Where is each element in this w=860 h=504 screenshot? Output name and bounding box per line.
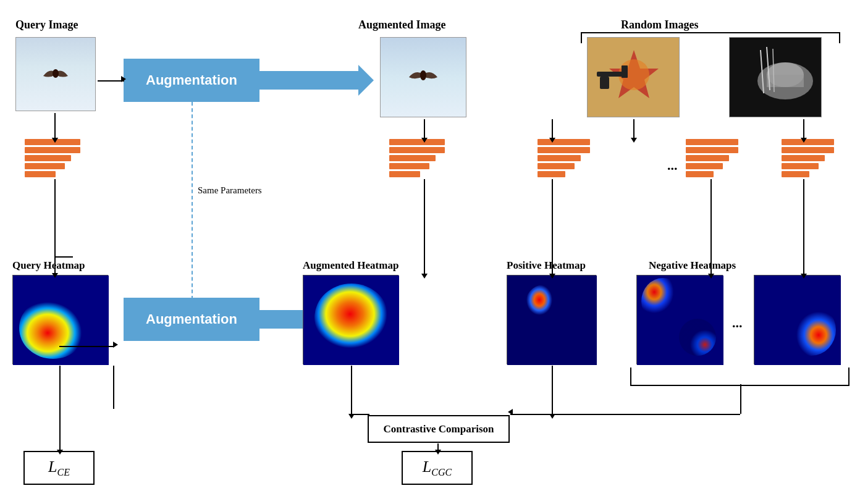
diagram: Query Image Augmented Image Random Image…	[0, 0, 860, 504]
random-images-label: Random Images	[621, 19, 699, 32]
feat-bar	[782, 155, 825, 161]
negative-heatmaps-label: Negative Heatmaps	[649, 259, 736, 272]
painting-svg	[588, 38, 680, 117]
negative-heatmap-2	[754, 275, 840, 364]
arrow-to-cc	[508, 409, 513, 415]
query-image-label: Query Image	[15, 19, 78, 32]
line-aug-hm-to-cc	[351, 366, 352, 414]
feat-bar	[686, 171, 714, 177]
svg-point-24	[679, 319, 716, 356]
same-parameters-label: Same Parameters	[198, 185, 262, 196]
aug-arrow-1-head	[358, 65, 374, 96]
svg-point-17	[19, 297, 87, 359]
line-pos-to-feat	[552, 119, 553, 138]
line-rand1-to-feat	[633, 119, 634, 138]
line-cc-to-loss	[437, 443, 439, 450]
augmented-heatmap	[303, 275, 398, 364]
augmented-bird-svg	[402, 62, 445, 93]
feat-bar	[538, 139, 590, 145]
dots-1: ...	[667, 158, 678, 174]
feat-bar	[25, 147, 80, 153]
feat-bar	[25, 163, 65, 169]
bird-svg	[34, 59, 77, 90]
feat-bar	[686, 163, 723, 169]
neg-heatmap-bracket	[630, 368, 849, 386]
svg-point-26	[786, 304, 836, 356]
query-heatmap	[12, 275, 108, 364]
svg-point-0	[53, 69, 59, 78]
dots-2: ...	[732, 315, 743, 331]
loss-ce-box: LCE	[23, 451, 95, 485]
random-image-2	[729, 37, 822, 117]
negative-heatmap-1	[636, 275, 723, 364]
loss-cgc-box: LCGC	[402, 451, 473, 485]
svg-point-19	[314, 284, 389, 351]
loss-ce-sub: CE	[57, 467, 70, 477]
feat-bar	[538, 147, 590, 153]
feat-bar	[686, 139, 738, 145]
pos-feature-stack	[538, 139, 590, 177]
feat-bar	[25, 155, 71, 161]
aug-arrow-1	[259, 71, 358, 90]
line-qhm-to-augbox	[113, 366, 114, 409]
query-image	[15, 37, 96, 111]
neg-feature-stack-1	[686, 139, 738, 177]
line-to-heatmap	[54, 235, 56, 273]
feat-bar	[538, 155, 581, 161]
feat-bar	[538, 163, 575, 169]
line-pos-hm-to-cc	[552, 366, 553, 414]
line-neg-bracket-down	[740, 384, 741, 414]
contrastive-comparison-box: Contrastive Comparison	[368, 415, 510, 443]
augmented-heatmap-label: Augmented Heatmap	[303, 259, 398, 272]
svg-point-21	[525, 285, 562, 328]
line-h-to-hm	[54, 256, 73, 258]
svg-point-23	[641, 278, 685, 325]
augmentation-box-1: Augmentation	[124, 59, 259, 102]
feat-bar	[782, 171, 809, 177]
line-neg-feat1-to-hm	[710, 179, 712, 274]
loss-cgc-sub: CGC	[431, 467, 452, 477]
augmentation-box-2: Augmentation	[124, 298, 259, 341]
line-aug-to-feat	[424, 119, 425, 138]
feat-bar	[782, 139, 834, 145]
line-hm-to-loss	[59, 366, 61, 450]
aug-feature-stack	[389, 139, 445, 177]
query-feature-stack	[25, 139, 80, 177]
svg-rect-7	[622, 65, 628, 78]
augmentation-label-1: Augmentation	[146, 72, 237, 88]
svg-rect-12	[767, 75, 804, 87]
feat-bar	[389, 171, 420, 177]
arr-to-augbox1	[121, 76, 126, 82]
line-rand2-to-feat	[803, 119, 804, 138]
line-h-aug-to-cc	[351, 414, 369, 415]
feat-bar	[782, 163, 819, 169]
positive-heatmap-label: Positive Heatmap	[507, 259, 586, 272]
feat-bar	[686, 155, 729, 161]
loss-cgc: LCGC	[423, 458, 452, 478]
feat-bar	[389, 163, 429, 169]
feat-bar	[389, 155, 436, 161]
line-h-to-cc-right	[510, 414, 740, 415]
svg-point-1	[420, 70, 426, 80]
augmentation-label-2: Augmentation	[146, 311, 237, 327]
line-aug-feat-to-hm	[424, 179, 425, 274]
feat-bar	[686, 147, 738, 153]
line-qi-to-augbox1	[98, 80, 124, 82]
line-qi-down	[54, 113, 56, 138]
line-pos-feat-to-hm	[552, 179, 553, 274]
query-heatmap-label: Query Heatmap	[12, 259, 85, 272]
contrastive-comparison-label: Contrastive Comparison	[384, 423, 494, 435]
feat-bar	[25, 171, 56, 177]
feat-bar	[538, 171, 565, 177]
feat-bar	[782, 147, 834, 153]
line-neg-feat2-to-hm	[803, 179, 804, 274]
positive-heatmap	[507, 275, 596, 364]
dashed-line	[192, 102, 193, 300]
spool-svg	[730, 38, 822, 117]
neg-feature-stack-2	[782, 139, 834, 177]
loss-ce: LCE	[48, 458, 70, 478]
arr-to-augbox2	[113, 342, 118, 348]
svg-rect-8	[600, 77, 609, 89]
augmented-image-label: Augmented Image	[358, 19, 446, 32]
augmented-image	[380, 37, 466, 117]
